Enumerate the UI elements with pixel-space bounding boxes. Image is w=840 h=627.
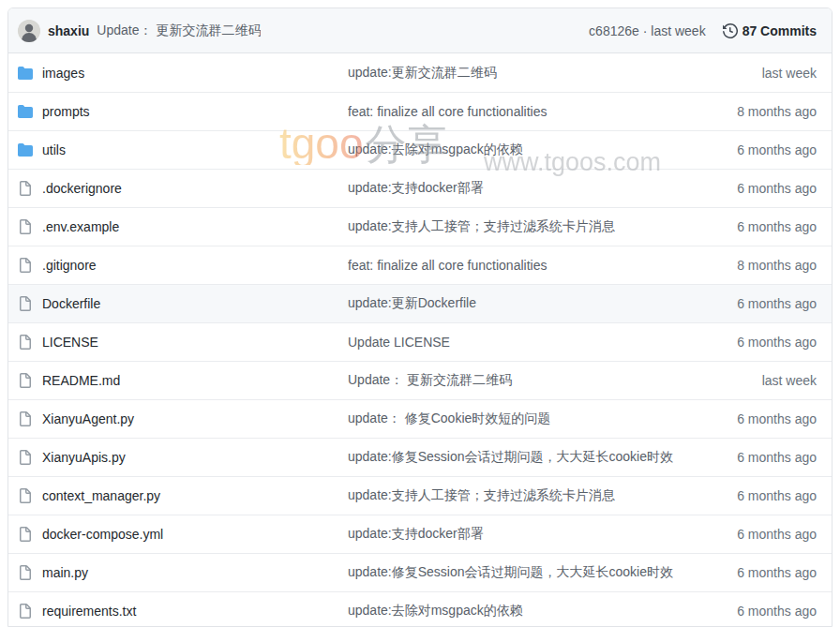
row-commit-date: 6 months ago bbox=[685, 296, 817, 311]
folder-icon bbox=[18, 104, 33, 119]
commits-history-link[interactable]: 87 Commits bbox=[723, 23, 817, 38]
row-commit-message-link[interactable]: update:支持docker部署 bbox=[348, 180, 685, 197]
file-icon bbox=[18, 450, 33, 465]
file-row[interactable]: main.py update:修复Session会话过期问题，大大延长cooki… bbox=[8, 553, 832, 591]
file-name-link[interactable]: requirements.txt bbox=[42, 604, 348, 619]
file-name-link[interactable]: .env.example bbox=[42, 219, 348, 234]
row-commit-message-link[interactable]: update： 修复Cookie时效短的问题 bbox=[348, 411, 685, 427]
person-avatar-icon bbox=[18, 20, 40, 42]
file-name-link[interactable]: README.md bbox=[42, 373, 348, 388]
file-row[interactable]: utils update:去除对msgpack的依赖 6 months ago bbox=[8, 130, 832, 169]
row-commit-date: 8 months ago bbox=[685, 258, 817, 273]
row-commit-message-link[interactable]: Update LICENSE bbox=[348, 335, 685, 350]
history-clock-icon bbox=[723, 23, 738, 38]
row-commit-date: 6 months ago bbox=[685, 565, 817, 580]
file-row[interactable]: context_manager.py update:支持人工接管；支持过滤系统卡… bbox=[8, 476, 832, 515]
row-commit-date: 8 months ago bbox=[685, 104, 817, 119]
row-commit-date: 6 months ago bbox=[685, 527, 817, 542]
row-commit-date: 6 months ago bbox=[685, 604, 817, 619]
file-name-link[interactable]: .gitignore bbox=[42, 258, 348, 273]
file-row[interactable]: docker-compose.yml update:支持docker部署 6 m… bbox=[8, 515, 832, 553]
row-commit-message-link[interactable]: update:支持人工接管；支持过滤系统卡片消息 bbox=[348, 487, 685, 504]
row-commit-message-link[interactable]: update:修复Session会话过期问题，大大延长cookie时效 bbox=[348, 564, 685, 581]
commit-author[interactable]: shaxiu bbox=[48, 23, 89, 38]
commit-hash-and-time: c68126e · last week bbox=[589, 23, 706, 38]
file-icon bbox=[18, 335, 33, 350]
row-commit-message-link[interactable]: update:支持人工接管；支持过滤系统卡片消息 bbox=[348, 218, 685, 235]
file-icon bbox=[18, 296, 33, 311]
file-name-link[interactable]: XianyuAgent.py bbox=[42, 411, 348, 426]
file-name-link[interactable]: LICENSE bbox=[42, 335, 348, 350]
file-icon bbox=[18, 373, 33, 388]
file-icon bbox=[18, 411, 33, 426]
file-icon bbox=[18, 219, 33, 234]
file-row[interactable]: LICENSE Update LICENSE 6 months ago bbox=[8, 322, 832, 361]
file-icon bbox=[18, 488, 33, 503]
file-name-link[interactable]: XianyuApis.py bbox=[42, 450, 348, 465]
row-commit-date: 6 months ago bbox=[685, 335, 817, 350]
file-icon bbox=[18, 335, 33, 350]
file-icon bbox=[18, 527, 33, 542]
file-icon bbox=[18, 181, 33, 196]
file-icon bbox=[18, 219, 33, 234]
file-row[interactable]: requirements.txt update:去除对msgpack的依赖 6 … bbox=[8, 591, 832, 627]
row-commit-message-link[interactable]: feat: finalize all core functionalities bbox=[348, 104, 685, 119]
file-name-link[interactable]: images bbox=[42, 66, 348, 81]
row-commit-date: 6 months ago bbox=[685, 411, 817, 426]
file-icon bbox=[18, 488, 33, 503]
file-icon bbox=[18, 604, 33, 619]
file-list: images update:更新交流群二维码 last week prompts… bbox=[8, 53, 832, 627]
file-icon bbox=[18, 527, 33, 542]
file-icon bbox=[18, 565, 33, 580]
row-commit-message-link[interactable]: update:去除对msgpack的依赖 bbox=[348, 603, 685, 620]
row-commit-message-link[interactable]: feat: finalize all core functionalities bbox=[348, 258, 685, 273]
file-name-link[interactable]: Dockerfile bbox=[42, 296, 348, 311]
file-row[interactable]: XianyuAgent.py update： 修复Cookie时效短的问题 6 … bbox=[8, 399, 832, 438]
folder-icon bbox=[18, 142, 33, 157]
author-avatar[interactable] bbox=[18, 20, 40, 42]
file-icon bbox=[18, 258, 33, 273]
row-commit-date: 6 months ago bbox=[685, 219, 817, 234]
file-row[interactable]: images update:更新交流群二维码 last week bbox=[8, 53, 832, 92]
row-commit-message-link[interactable]: update:更新交流群二维码 bbox=[348, 65, 685, 82]
folder-icon bbox=[18, 104, 33, 119]
row-commit-message-link[interactable]: update:修复Session会话过期问题，大大延长cookie时效 bbox=[348, 449, 685, 466]
file-row[interactable]: Dockerfile update:更新Dockerfile 6 months … bbox=[8, 284, 832, 322]
commit-message-link[interactable]: Update： 更新交流群二维码 bbox=[97, 22, 261, 39]
file-row[interactable]: .dockerignore update:支持docker部署 6 months… bbox=[8, 169, 832, 207]
row-commit-date: 6 months ago bbox=[685, 488, 817, 503]
file-row[interactable]: XianyuApis.py update:修复Session会话过期问题，大大延… bbox=[8, 438, 832, 476]
file-name-link[interactable]: .dockerignore bbox=[42, 181, 348, 196]
folder-icon bbox=[18, 66, 33, 81]
file-row[interactable]: .gitignore feat: finalize all core funct… bbox=[8, 246, 832, 284]
row-commit-date: 6 months ago bbox=[685, 142, 817, 157]
commits-count-label: 87 Commits bbox=[742, 23, 817, 38]
row-commit-date: last week bbox=[685, 66, 817, 81]
row-commit-message-link[interactable]: update:更新Dockerfile bbox=[348, 295, 685, 312]
file-row[interactable]: prompts feat: finalize all core function… bbox=[8, 92, 832, 130]
file-row[interactable]: .env.example update:支持人工接管；支持过滤系统卡片消息 6 … bbox=[8, 207, 832, 246]
row-commit-date: last week bbox=[685, 373, 817, 388]
file-icon bbox=[18, 258, 33, 273]
file-name-link[interactable]: main.py bbox=[42, 565, 348, 580]
file-icon bbox=[18, 604, 33, 619]
row-commit-date: 6 months ago bbox=[685, 181, 817, 196]
file-icon bbox=[18, 181, 33, 196]
commit-hash[interactable]: c68126e bbox=[589, 23, 639, 38]
row-commit-message-link[interactable]: update:支持docker部署 bbox=[348, 526, 685, 543]
commit-meta: c68126e · last week 87 Commits bbox=[589, 23, 817, 38]
folder-icon bbox=[18, 142, 33, 157]
file-icon bbox=[18, 450, 33, 465]
file-row[interactable]: README.md Update： 更新交流群二维码 last week bbox=[8, 361, 832, 399]
file-name-link[interactable]: prompts bbox=[42, 104, 348, 119]
file-name-link[interactable]: context_manager.py bbox=[42, 488, 348, 503]
file-icon bbox=[18, 373, 33, 388]
row-commit-date: 6 months ago bbox=[685, 450, 817, 465]
dot-separator: · bbox=[643, 23, 648, 38]
row-commit-message-link[interactable]: update:去除对msgpack的依赖 bbox=[348, 142, 685, 158]
repo-file-browser: shaxiu Update： 更新交流群二维码 c68126e · last w… bbox=[8, 7, 832, 627]
file-name-link[interactable]: docker-compose.yml bbox=[42, 527, 348, 542]
row-commit-message-link[interactable]: Update： 更新交流群二维码 bbox=[348, 372, 685, 389]
file-icon bbox=[18, 411, 33, 426]
file-name-link[interactable]: utils bbox=[42, 142, 348, 157]
